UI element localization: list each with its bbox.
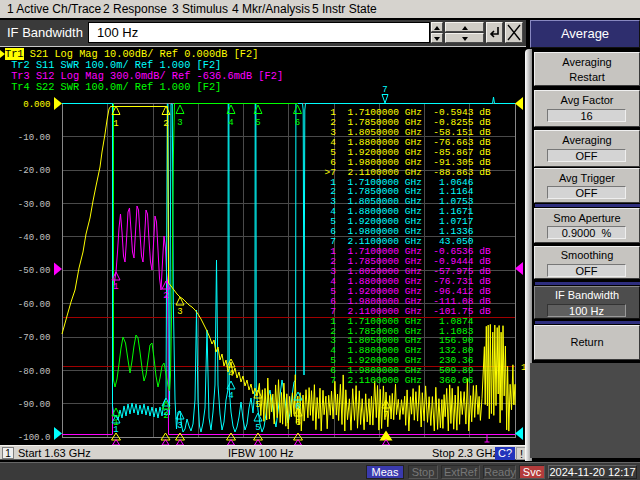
svg-text:3: 3 (177, 307, 182, 317)
svg-text:2: 2 (163, 291, 168, 301)
svg-text:-90.00: -90.00 (18, 399, 51, 410)
svg-text:0.000: 0.000 (23, 99, 50, 110)
svg-text:-50.00: -50.00 (18, 265, 51, 276)
svg-text:5: 5 (255, 118, 260, 128)
svg-text:-10.00: -10.00 (18, 132, 51, 143)
svg-text:6: 6 (295, 118, 300, 128)
svg-text:1: 1 (113, 418, 118, 428)
svg-text:-80.00: -80.00 (18, 366, 51, 377)
svg-text:-60.00: -60.00 (18, 299, 51, 310)
svg-text:5: 5 (255, 423, 260, 433)
svg-text:6: 6 (295, 418, 300, 428)
svg-text:7: 7 (383, 410, 388, 420)
svg-text:-30.00: -30.00 (18, 199, 51, 210)
svg-text:1: 1 (113, 282, 118, 292)
svg-text:3: 3 (177, 421, 182, 431)
svg-text:1: 1 (113, 119, 118, 129)
svg-text:7: 7 (382, 85, 387, 95)
svg-text:4: 4 (228, 118, 233, 128)
svg-text:4: 4 (228, 391, 233, 401)
svg-text:3: 3 (177, 118, 182, 128)
svg-text:-20.00: -20.00 (18, 165, 51, 176)
svg-text:2: 2 (163, 119, 168, 129)
svg-text:-70.00: -70.00 (18, 332, 51, 343)
svg-text:-100.0: -100.0 (18, 432, 51, 443)
svg-text:5: 5 (255, 400, 260, 410)
svg-text:4: 4 (228, 369, 233, 379)
svg-text:2: 2 (163, 411, 168, 421)
svg-text:-40.00: -40.00 (18, 232, 51, 243)
